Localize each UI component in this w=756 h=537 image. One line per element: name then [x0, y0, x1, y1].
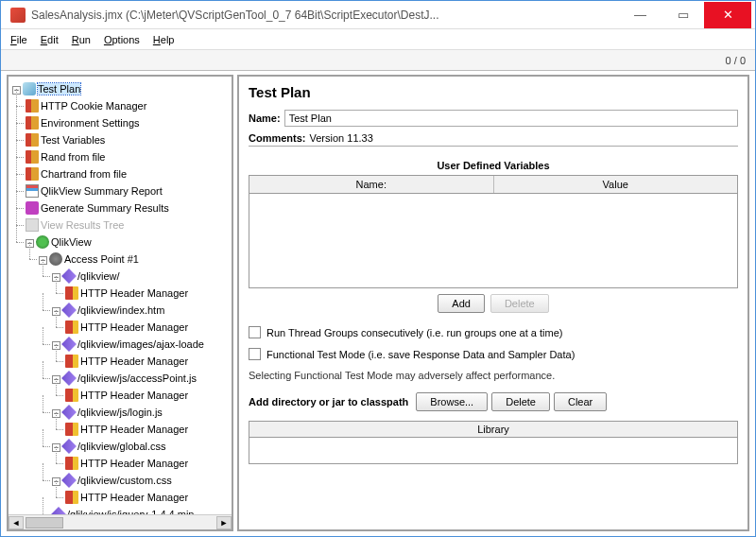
delete-button[interactable]: Delete — [490, 294, 549, 313]
name-input[interactable] — [284, 110, 738, 127]
sampler-icon — [61, 303, 77, 318]
tree-node[interactable]: /qlikview/js/login.js — [77, 407, 163, 418]
toolbar: 0 / 0 — [1, 50, 755, 71]
add-button[interactable]: Add — [438, 294, 485, 313]
tree-node[interactable]: HTTP Header Manager — [80, 321, 188, 333]
clear-button[interactable]: Clear — [554, 392, 607, 411]
controller-icon — [49, 252, 62, 266]
panel-title: Test Plan — [249, 84, 738, 100]
minimize-button[interactable]: — — [619, 2, 662, 28]
checkbox-icon[interactable] — [249, 326, 261, 338]
content: −Test Plan HTTP Cookie Manager Environme… — [1, 71, 755, 535]
scroll-right-icon[interactable]: ► — [216, 516, 232, 529]
sampler-icon — [61, 405, 77, 420]
checkbox-label: Run Thread Groups consecutively (i.e. ru… — [266, 327, 562, 338]
name-row: Name: — [249, 110, 738, 127]
tree-node[interactable]: /qlikview/custom.css — [77, 475, 172, 486]
udv-section: User Defined Variables Name: Value Add D… — [249, 160, 738, 319]
tree-node[interactable]: Generate Summary Results — [41, 202, 169, 214]
app-icon — [10, 8, 26, 23]
disabled-icon — [26, 218, 39, 232]
tree-node[interactable]: HTTP Header Manager — [80, 390, 188, 401]
menu-options[interactable]: Options — [104, 34, 140, 45]
checkbox-label: Functional Test Mode (i.e. save Response… — [266, 349, 575, 360]
titlebar: SalesAnalysis.jmx (C:\jMeter\QVScriptGen… — [1, 1, 755, 29]
window-title: SalesAnalysis.jmx (C:\jMeter\QVScriptGen… — [31, 9, 619, 22]
library-header: Library — [249, 422, 737, 438]
sampler-icon — [61, 268, 77, 284]
window-buttons: — ▭ ✕ — [619, 2, 751, 28]
scroll-left-icon[interactable]: ◄ — [9, 516, 24, 529]
tree-node[interactable]: Environment Settings — [41, 117, 140, 129]
maximize-button[interactable]: ▭ — [662, 2, 704, 28]
tree-node[interactable]: /qlikview/global.css — [77, 441, 166, 452]
tree-node[interactable]: HTTP Header Manager — [80, 492, 188, 503]
table-header: Name: Value — [249, 176, 737, 194]
tree-node[interactable]: Rand from file — [41, 151, 105, 163]
menu-file[interactable]: File — [10, 34, 27, 45]
cp-delete-button[interactable]: Delete — [491, 392, 550, 411]
scroll-thumb[interactable] — [26, 517, 63, 528]
tree-node[interactable]: Test Variables — [41, 134, 105, 146]
tree-node[interactable]: /qlikview/ — [77, 270, 120, 282]
test-plan-tree[interactable]: −Test Plan HTTP Cookie Manager Environme… — [9, 77, 232, 514]
tree-node-disabled[interactable]: View Results Tree — [41, 219, 124, 231]
threadgroup-icon — [36, 235, 49, 249]
config-icon — [26, 99, 39, 113]
menubar: File Edit Run Options Help — [1, 29, 755, 50]
tree-node[interactable]: QlikView — [51, 236, 92, 248]
flask-icon — [23, 82, 36, 95]
header-icon — [65, 491, 78, 504]
classpath-label: Add directory or jar to classpath — [249, 396, 408, 407]
tree-node[interactable]: /qlikview/js/accessPoint.js — [77, 372, 197, 384]
tree-node[interactable]: Chartrand from file — [41, 168, 127, 180]
browse-button[interactable]: Browse... — [416, 392, 488, 411]
config-icon — [26, 167, 39, 181]
header-icon — [65, 423, 78, 436]
col-name: Name: — [249, 176, 494, 193]
tree-node[interactable]: /qlikview/index.htm — [77, 304, 164, 316]
comments-row: Comments: Version 11.33 — [249, 132, 738, 147]
tree-node[interactable]: /qlikview/js/jquery-1.4.4.min — [67, 509, 195, 514]
header-icon — [65, 457, 78, 470]
sampler-icon — [61, 337, 77, 352]
summary-icon — [26, 201, 39, 215]
report-icon — [26, 184, 39, 198]
udv-table[interactable]: Name: Value — [249, 175, 738, 288]
menu-run[interactable]: Run — [72, 34, 91, 45]
header-icon — [65, 389, 78, 402]
tree-root[interactable]: Test Plan — [38, 83, 80, 95]
tree-node[interactable]: Access Point #1 — [64, 253, 139, 265]
config-icon — [26, 133, 39, 147]
header-icon — [65, 355, 78, 368]
functional-note: Selecting Functional Test Mode may adver… — [249, 370, 738, 381]
checkbox-icon[interactable] — [249, 348, 261, 360]
tree-panel: −Test Plan HTTP Cookie Manager Environme… — [7, 75, 233, 531]
tree-node[interactable]: QlikView Summary Report — [41, 185, 163, 197]
col-value: Value — [494, 176, 738, 193]
sampler-icon — [51, 507, 66, 514]
run-counter: 0 / 0 — [726, 55, 746, 66]
header-icon — [65, 286, 78, 300]
comments-value: Version 11.33 — [310, 132, 373, 144]
sampler-icon — [61, 473, 77, 488]
tree-node[interactable]: /qlikview/images/ajax-loade — [77, 338, 204, 350]
config-icon — [26, 150, 39, 164]
h-scrollbar[interactable]: ◄ ► — [9, 514, 232, 529]
name-label: Name: — [249, 113, 281, 124]
library-table[interactable]: Library — [249, 421, 738, 464]
menu-edit[interactable]: Edit — [41, 34, 59, 45]
tree-node[interactable]: HTTP Header Manager — [80, 458, 188, 469]
scroll-track[interactable] — [24, 516, 216, 529]
tree-node[interactable]: HTTP Cookie Manager — [41, 100, 146, 112]
close-button[interactable]: ✕ — [704, 2, 751, 28]
consecutive-checkbox[interactable]: Run Thread Groups consecutively (i.e. ru… — [249, 326, 738, 338]
menu-help[interactable]: Help — [153, 34, 175, 45]
comments-label: Comments: — [249, 132, 306, 144]
functional-checkbox[interactable]: Functional Test Mode (i.e. save Response… — [249, 348, 738, 360]
tree-node[interactable]: HTTP Header Manager — [80, 424, 188, 435]
tree-node[interactable]: HTTP Header Manager — [80, 287, 188, 299]
tree-node[interactable]: HTTP Header Manager — [80, 355, 188, 367]
config-icon — [26, 116, 39, 130]
sampler-icon — [61, 439, 77, 454]
